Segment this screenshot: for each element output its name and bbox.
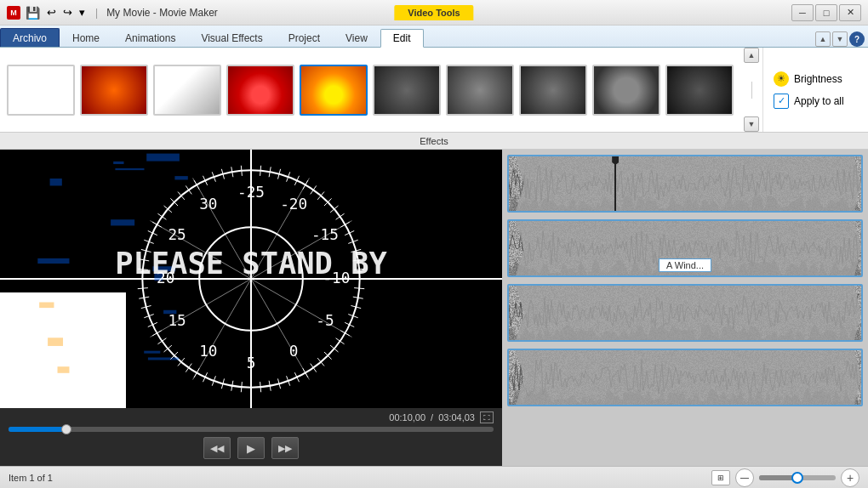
tab-edit[interactable]: Edit [380,29,424,48]
time-separator: / [431,412,433,423]
effects-scroll-controls: ▲ ▼ [740,48,762,132]
ribbon-right-buttons: ▲ ▼ ? [815,31,868,47]
effect-flower-yellow[interactable] [300,65,368,116]
ribbon-options-panel: ☀ Brightness ✓ Apply to all [762,48,868,132]
effect-grayscale-4[interactable] [592,65,660,116]
apply-to-option[interactable]: ✓ Apply to all [774,94,868,109]
app-icon: M [7,6,20,20]
timeline-clip-3[interactable] [507,284,863,342]
zoom-slider[interactable] [759,475,836,480]
effect-blank[interactable] [7,65,75,116]
fullscreen-icon[interactable]: ⛶ [480,411,494,423]
tab-home[interactable]: Home [60,28,112,47]
main-area: 00:10,00 / 03:04,03 ⛶ ◀◀ ▶ ▶▶ [0,150,868,466]
video-tools-badge: Video Tools [394,7,473,19]
timeline-clip-2[interactable]: A Wind... [507,219,863,277]
tab-project[interactable]: Project [276,28,333,47]
effect-grayscale-2[interactable] [446,65,514,116]
effect-dark[interactable] [665,65,734,116]
video-display [0,150,502,408]
scroll-down-button[interactable]: ▼ [744,116,759,132]
effects-strip: ▲ ▼ ☀ Brightness ✓ Apply to all Effects [0,48,868,150]
ribbon-nav-up[interactable]: ▲ [815,31,831,47]
close-button[interactable]: ✕ [839,4,861,21]
clip1-canvas [509,156,861,211]
zoom-controls: ⊞ ─ + [711,468,859,487]
preview-controls: 00:10,00 / 03:04,03 ⛶ ◀◀ ▶ ▶▶ [0,408,502,466]
title-bar: M 💾 ↩ ↪ ▾ | My Movie - Movie Maker Video… [0,0,868,26]
quick-menu[interactable]: ▾ [77,6,87,19]
zoom-in-button[interactable]: + [841,468,859,487]
window-controls: ─ □ ✕ [791,4,861,21]
playhead [614,156,616,211]
effect-grayscale-1[interactable] [373,65,441,116]
effects-row [0,48,740,132]
apply-to-icon: ✓ [774,94,789,109]
quick-redo[interactable]: ↪ [61,6,74,19]
zoom-out-button[interactable]: ─ [735,468,754,487]
item-count: Item 1 of 1 [9,473,53,483]
seek-bar[interactable] [9,427,494,432]
preview-panel: 00:10,00 / 03:04,03 ⛶ ◀◀ ▶ ▶▶ [0,150,502,466]
scroll-up-button[interactable]: ▲ [744,48,759,63]
tab-view[interactable]: View [333,28,380,47]
video-canvas [0,150,502,408]
seek-progress [9,427,66,432]
zoom-slider-thumb[interactable] [791,472,803,484]
minimize-button[interactable]: ─ [791,4,814,21]
clip3-canvas [509,286,861,340]
ribbon-tabs: Archivo Home Animations Visual Effects P… [0,26,868,48]
timeline-clip-4[interactable] [507,349,863,406]
brightness-option[interactable]: ☀ Brightness [774,71,868,87]
clip-label: A Wind... [659,258,711,272]
clip4-canvas [509,350,861,405]
effects-label: Effects [0,132,868,149]
status-bar: Item 1 of 1 ⊞ ─ + [0,466,868,488]
help-button[interactable]: ? [849,31,865,47]
seek-thumb[interactable] [61,424,71,434]
effect-grayscale-3[interactable] [519,65,587,116]
play-button[interactable]: ▶ [237,437,265,459]
tab-animations[interactable]: Animations [112,28,188,47]
timeline-clip-1[interactable] [507,155,863,213]
quick-undo[interactable]: ↩ [45,6,58,19]
apply-to-label: Apply to all [794,95,844,107]
effect-flower-red[interactable] [226,65,294,116]
effect-white-gray[interactable] [153,65,221,116]
playback-controls: ◀◀ ▶ ▶▶ [9,435,494,461]
current-time: 00:10,00 [389,412,425,423]
timeline-scroll-area[interactable]: A Wind... [502,150,868,466]
brightness-icon: ☀ [774,71,789,87]
total-time: 03:04,03 [438,412,475,423]
timeline-panel: A Wind... [502,150,868,466]
rewind-button[interactable]: ◀◀ [203,437,231,459]
status-icon-1[interactable]: ⊞ [711,470,730,485]
tab-archivo[interactable]: Archivo [0,28,60,47]
quick-save[interactable]: 💾 [24,6,42,20]
effect-radial-orange[interactable] [80,65,148,116]
forward-button[interactable]: ▶▶ [271,437,299,459]
window-title: My Movie - Movie Maker [106,7,218,19]
tab-visual-effects[interactable]: Visual Effects [188,28,275,47]
ribbon-nav-down[interactable]: ▼ [832,31,848,47]
maximize-button[interactable]: □ [815,4,837,21]
brightness-label: Brightness [794,73,842,85]
title-left: M 💾 ↩ ↪ ▾ | My Movie - Movie Maker [7,6,218,20]
time-display: 00:10,00 / 03:04,03 ⛶ [9,411,494,423]
